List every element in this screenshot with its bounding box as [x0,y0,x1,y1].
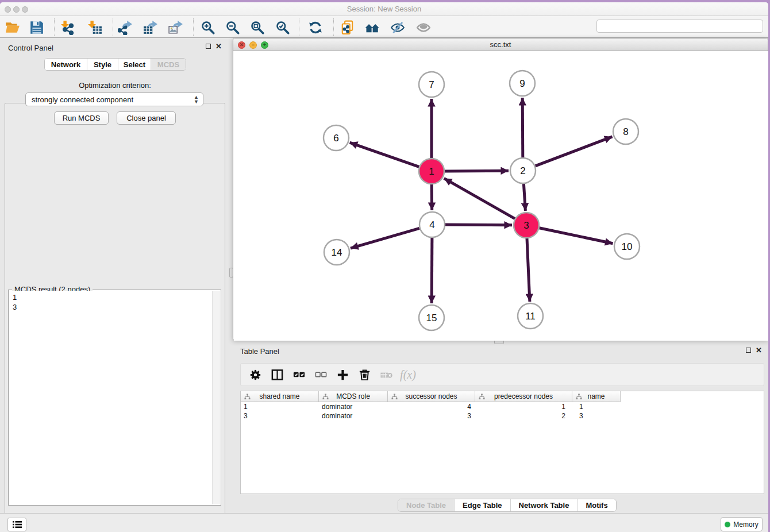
column-type-icon [391,394,398,400]
run-mcds-button[interactable]: Run MCDS [54,111,109,125]
edge-3-10[interactable] [540,228,613,244]
hide-panel-button[interactable] [389,19,406,36]
network-view-window: ✕ − + scc.txt 1234678910111415 [233,38,768,340]
edge-1-6[interactable] [350,142,419,167]
add-column-button[interactable] [333,366,352,383]
zoom-in-button[interactable] [199,19,217,36]
node-label-11: 11 [525,311,536,322]
select-all-button[interactable] [289,366,309,383]
column-header-shared-name[interactable]: shared name [241,391,319,402]
delete-column-button[interactable] [355,366,374,383]
close-panel-icon[interactable]: ✕ [215,44,222,49]
edge-2-3[interactable] [523,184,525,211]
export-table-button[interactable] [142,19,159,36]
table-cell[interactable]: 3 [241,411,319,421]
zoom-selected-icon [275,20,290,35]
network-canvas[interactable]: 1234678910111415 [234,51,768,341]
application-window: Session: New Session Control Panel ✕ Net… [0,2,768,532]
network-window-titlebar[interactable]: ✕ − + scc.txt [233,38,768,51]
edge-4-15[interactable] [432,238,432,303]
mcds-result-list[interactable]: 13 [9,291,212,504]
save-session-button[interactable] [28,19,45,36]
table-cell[interactable]: 3 [572,411,621,421]
node-table: shared nameMCDS rolesuccessor nodesprede… [240,391,764,494]
edge-1-4[interactable] [432,184,432,210]
export-table-icon [143,20,158,35]
table-panel-window-buttons: ✕ [746,348,762,353]
export-image-button[interactable] [167,19,184,36]
edge-4-14[interactable] [351,228,419,248]
desktop-background: Session: New Session Control Panel ✕ Net… [0,0,770,532]
table-row[interactable]: 3dominator323 [241,411,621,421]
settings-icon [249,368,262,381]
delete-table-button [376,366,396,383]
edge-2-8[interactable] [536,137,613,166]
column-header-label: name [587,392,605,400]
table-cell[interactable]: 1 [572,402,621,411]
tab-mcds[interactable]: MCDS [151,59,186,70]
tab-network[interactable]: Network [45,59,87,70]
tab-motifs[interactable]: Motifs [578,499,615,511]
edge-4-3[interactable] [445,225,512,225]
zoom-out-button[interactable] [224,19,241,36]
edge-3-11[interactable] [527,238,530,302]
close-table-panel-icon[interactable]: ✕ [756,348,762,353]
optimization-criterion-label: Optimization criterion: [0,81,230,90]
tab-style[interactable]: Style [87,59,118,70]
table-cell[interactable]: dominator [319,411,388,421]
tab-network-table[interactable]: Network Table [511,499,578,511]
mcds-result-group: MCDS result (2 nodes) 13 [8,290,221,506]
refresh-layout-button[interactable] [307,19,324,36]
edge-1-2[interactable] [445,171,509,171]
deselect-all-button[interactable] [311,366,330,383]
close-panel-button[interactable]: Close panel [117,111,176,125]
table-cell[interactable]: dominator [319,402,388,411]
table-cell[interactable]: 4 [388,402,475,411]
open-file-button[interactable] [4,19,21,36]
node-label-10: 10 [622,241,633,252]
float-table-panel-icon[interactable] [746,348,751,353]
column-header-successor-nodes[interactable]: successor nodes [388,391,475,402]
tab-node-table[interactable]: Node Table [398,499,455,511]
edge-2-9[interactable] [522,98,523,157]
task-history-button[interactable] [7,518,26,531]
column-header-predecessor-nodes[interactable]: predecessor nodes [475,391,572,402]
toolbar-separator [54,18,55,36]
table-cell[interactable]: 2 [475,411,572,421]
tab-edge-table[interactable]: Edge Table [455,499,510,511]
column-type-icon [244,394,251,400]
import-table-button[interactable] [86,19,103,36]
edge-3-1[interactable] [444,178,515,218]
search-input[interactable] [596,20,763,33]
criterion-select[interactable]: strongly connected component ▲▼ [25,92,203,106]
deselect-all-icon [314,368,328,381]
home-icon [365,20,380,35]
tab-select[interactable]: Select [118,59,151,70]
home-button[interactable] [364,19,381,36]
import-table-icon [87,20,102,35]
split-panel-button[interactable] [267,366,287,383]
clone-network-button[interactable] [339,19,356,36]
float-panel-icon[interactable] [206,44,211,49]
control-panel-title: Control Panel [8,44,53,52]
zoom-selected-button[interactable] [274,19,291,36]
memory-label: Memory [733,521,758,529]
column-header-MCDS-role[interactable]: MCDS role [319,391,388,402]
result-line: 3 [13,302,209,312]
column-header-name[interactable]: name [572,391,621,402]
table-row[interactable]: 1dominator411 [241,402,621,411]
horizontal-splitter-handle[interactable] [494,340,504,344]
export-network-button[interactable] [117,19,134,36]
settings-button[interactable] [245,366,265,383]
zoom-fit-button[interactable] [249,19,266,36]
column-type-icon [322,394,329,400]
table-cell[interactable]: 1 [475,402,572,411]
node-label-4: 4 [429,219,434,230]
memory-button[interactable]: Memory [721,517,763,531]
table-cell[interactable]: 1 [241,402,319,411]
memory-status-icon [725,522,730,527]
import-network-button[interactable] [59,19,76,36]
result-scrollbar[interactable] [212,291,220,504]
table-cell[interactable]: 3 [388,411,475,421]
show-panel-button[interactable] [415,19,432,36]
